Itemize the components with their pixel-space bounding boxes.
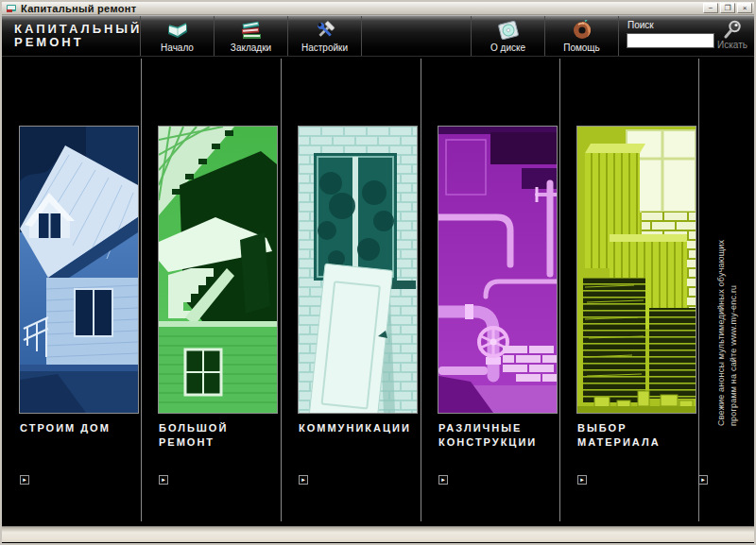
section-build-house[interactable]: СТРОИМ ДОМ ▸: [2, 57, 140, 526]
search-input[interactable]: [627, 33, 714, 48]
help-label: Помощь: [563, 43, 600, 53]
app-icon: [6, 3, 17, 13]
promo-note: Свежие анонсы мультимедийных обучающих п…: [715, 160, 740, 426]
section-arrow-icon[interactable]: ▸: [299, 475, 308, 485]
app-window: Капитальный ремонт − ❐ × КАПИТАЛЬНЫЙ РЕМ…: [0, 0, 756, 545]
section-divider: [698, 59, 699, 521]
section-materials[interactable]: ВЫБОР МАТЕРИАЛА ▸: [559, 57, 697, 526]
section-title: БОЛЬШОЙ РЕМОНТ: [159, 421, 278, 450]
status-bar: [2, 526, 754, 542]
main-menu: СТРОИМ ДОМ ▸: [2, 57, 754, 526]
section-big-repair[interactable]: БОЛЬШОЙ РЕМОНТ ▸: [141, 57, 279, 526]
section-title: СТРОИМ ДОМ: [20, 421, 139, 435]
nav-settings-button[interactable]: Настройки: [288, 16, 362, 56]
help-button[interactable]: Помощь: [545, 16, 619, 56]
restore-button[interactable]: ❐: [720, 3, 735, 13]
nav-home-label: Начало: [161, 43, 194, 53]
minimize-button[interactable]: −: [703, 3, 718, 13]
section-arrow-icon[interactable]: ▸: [577, 475, 587, 485]
window-title: Капитальный ремонт: [21, 3, 703, 14]
search-label: Поиск: [627, 20, 714, 30]
about-disc-label: О диске: [490, 43, 525, 53]
photo-materials-lime[interactable]: [576, 126, 696, 414]
toolbar-spacer: [362, 16, 472, 56]
photo-door-cyan[interactable]: [298, 126, 418, 414]
promo-arrow-icon[interactable]: ▸: [698, 475, 708, 485]
promo-column: Свежие анонсы мультимедийных обучающих п…: [701, 76, 754, 510]
tools-icon: [314, 18, 336, 42]
app-logo: КАПИТАЛЬНЫЙ РЕМОНТ: [2, 16, 141, 56]
magnifier-icon: [722, 20, 743, 39]
app-logo-text: КАПИТАЛЬНЫЙ РЕМОНТ: [14, 23, 142, 49]
search-area: Поиск Искать: [619, 16, 754, 56]
open-book-icon: [165, 18, 190, 42]
search-submit-button[interactable]: Искать: [714, 19, 750, 50]
nav-home-button[interactable]: Начало: [141, 16, 215, 56]
section-title: КОММУНИКАЦИИ: [299, 421, 418, 435]
section-arrow-icon[interactable]: ▸: [20, 475, 29, 485]
section-constructions[interactable]: РАЗЛИЧНЫЕ КОНСТРУКЦИИ ▸: [421, 57, 558, 526]
section-arrow-icon[interactable]: ▸: [438, 475, 448, 485]
section-communications[interactable]: КОММУНИКАЦИИ ▸: [281, 57, 419, 526]
photo-construction-green[interactable]: [158, 126, 278, 414]
section-arrow-icon[interactable]: ▸: [159, 475, 168, 485]
disc-case-icon: [496, 18, 521, 42]
titlebar: Капитальный ремонт − ❐ ×: [2, 2, 754, 15]
books-stack-icon: [239, 18, 264, 42]
ring-icon: [570, 18, 594, 42]
nav-settings-label: Настройки: [301, 43, 348, 53]
nav-bookmarks-label: Закладки: [231, 43, 271, 53]
section-title: ВЫБОР МАТЕРИАЛА: [577, 421, 696, 450]
close-button[interactable]: ×: [737, 3, 752, 13]
toolbar: КАПИТАЛЬНЫЙ РЕМОНТ Начало: [2, 15, 754, 57]
section-title: РАЗЛИЧНЫЕ КОНСТРУКЦИИ: [438, 421, 558, 450]
photo-house-blue[interactable]: [19, 126, 139, 414]
search-submit-label: Искать: [717, 40, 747, 50]
photo-pipes-magenta[interactable]: [438, 126, 558, 414]
nav-bookmarks-button[interactable]: Закладки: [215, 16, 288, 56]
about-disc-button[interactable]: О диске: [472, 16, 545, 56]
